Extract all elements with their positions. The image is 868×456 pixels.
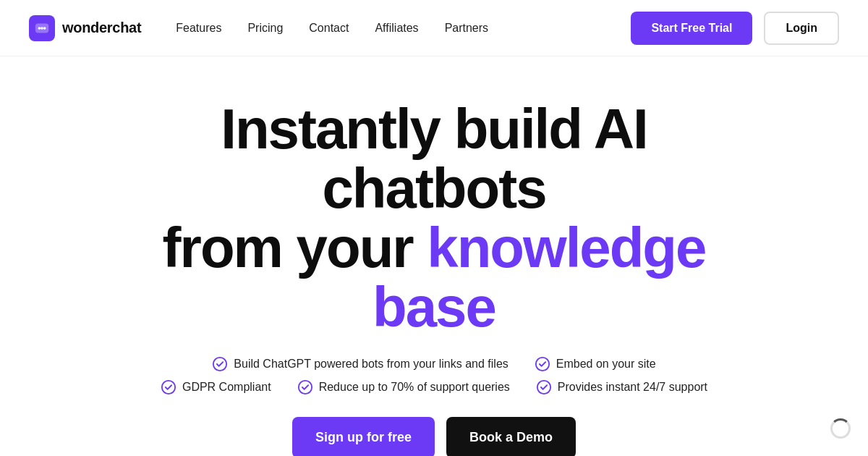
check-icon-4 [297, 379, 313, 395]
demo-button[interactable]: Book a Demo [446, 417, 576, 456]
hero-title-line2-plain: from your [163, 216, 427, 279]
nav-link-features[interactable]: Features [176, 22, 221, 34]
nav-link-partners[interactable]: Partners [445, 22, 488, 34]
feature-item-1: Build ChatGPT powered bots from your lin… [212, 356, 508, 372]
logo[interactable]: wonderchat [29, 15, 141, 41]
feature-label-1: Build ChatGPT powered bots from your lin… [234, 358, 508, 371]
svg-point-2 [41, 27, 43, 30]
check-icon-5 [536, 379, 552, 395]
nav-item-contact[interactable]: Contact [309, 22, 349, 35]
hero-section: Instantly build AI chatbots from your kn… [0, 56, 868, 456]
navbar: wonderchat Features Pricing Contact Affi… [0, 0, 868, 56]
svg-point-4 [213, 357, 226, 370]
feature-item-5: Provides instant 24/7 support [536, 379, 707, 395]
check-icon-3 [161, 379, 176, 395]
loading-spinner [830, 418, 851, 439]
cta-row: Sign up for free Book a Demo [292, 417, 576, 456]
svg-point-7 [298, 380, 311, 393]
hero-title-line1: Instantly build AI chatbots [221, 97, 647, 220]
navbar-right: Start Free Trial Login [631, 12, 839, 45]
feature-label-5: Provides instant 24/7 support [558, 381, 707, 394]
svg-point-5 [536, 357, 549, 370]
svg-point-6 [162, 380, 175, 393]
nav-item-pricing[interactable]: Pricing [247, 22, 283, 35]
nav-item-partners[interactable]: Partners [445, 22, 488, 35]
signup-button[interactable]: Sign up for free [292, 417, 435, 456]
nav-link-contact[interactable]: Contact [309, 22, 349, 34]
brand-name: wonderchat [62, 20, 141, 36]
features-row-2: GDPR Compliant Reduce up to 70% of suppo… [161, 379, 707, 395]
logo-icon [29, 15, 55, 41]
nav-link-pricing[interactable]: Pricing [247, 22, 283, 34]
svg-point-3 [43, 27, 46, 30]
feature-item-2: Embed on your site [535, 356, 656, 372]
feature-item-4: Reduce up to 70% of support queries [297, 379, 510, 395]
feature-item-3: GDPR Compliant [161, 379, 271, 395]
nav-links: Features Pricing Contact Affiliates Part… [176, 22, 488, 35]
nav-item-affiliates[interactable]: Affiliates [375, 22, 418, 35]
features-row-1: Build ChatGPT powered bots from your lin… [212, 356, 655, 372]
navbar-left: wonderchat Features Pricing Contact Affi… [29, 15, 488, 41]
start-trial-button[interactable]: Start Free Trial [631, 12, 752, 45]
hero-title: Instantly build AI chatbots from your kn… [109, 100, 760, 337]
nav-item-features[interactable]: Features [176, 22, 221, 35]
feature-label-3: GDPR Compliant [182, 381, 271, 394]
login-button[interactable]: Login [764, 12, 839, 45]
loading-spinner-area [830, 418, 851, 439]
svg-point-8 [537, 380, 550, 393]
feature-label-4: Reduce up to 70% of support queries [319, 381, 510, 394]
check-icon-2 [535, 356, 550, 372]
svg-point-1 [38, 27, 41, 30]
check-icon-1 [212, 356, 228, 372]
feature-label-2: Embed on your site [556, 358, 656, 371]
nav-link-affiliates[interactable]: Affiliates [375, 22, 418, 34]
